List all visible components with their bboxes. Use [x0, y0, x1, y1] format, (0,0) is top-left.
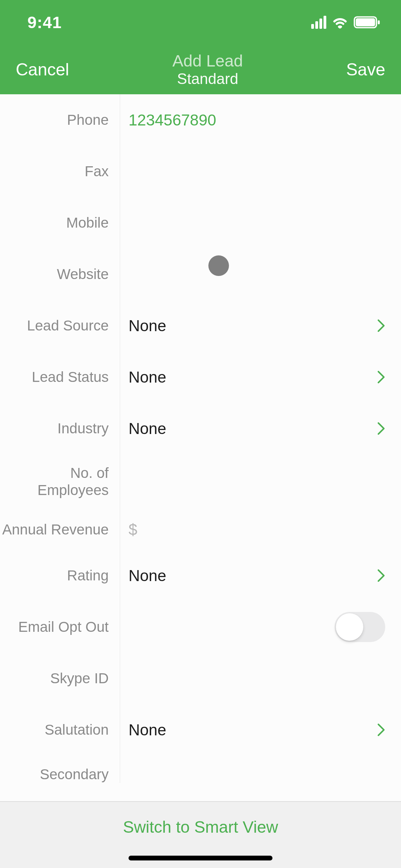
cancel-button[interactable]: Cancel [16, 60, 69, 80]
row-secondary[interactable]: Secondary [0, 756, 401, 783]
email-opt-out-toggle[interactable] [335, 612, 385, 642]
row-employees[interactable]: No. of Employees [0, 454, 401, 509]
label-skype: Skype ID [0, 670, 118, 687]
row-industry[interactable]: Industry None [0, 403, 401, 454]
label-employees: No. of Employees [0, 465, 118, 499]
industry-picker[interactable]: None [118, 419, 387, 438]
svg-rect-1 [356, 18, 375, 26]
row-revenue[interactable]: Annual Revenue $ [0, 509, 401, 550]
status-bar: 9:41 [0, 0, 401, 45]
toggle-knob [336, 613, 363, 641]
lead-status-picker[interactable]: None [118, 368, 387, 386]
email-opt-out-control [118, 612, 387, 642]
label-rating: Rating [0, 567, 118, 584]
chevron-right-icon [377, 370, 387, 384]
status-time: 9:41 [27, 13, 62, 32]
value-lead-source: None [129, 316, 166, 335]
switch-smart-view-button[interactable]: Switch to Smart View [123, 818, 278, 836]
value-salutation: None [129, 721, 166, 739]
label-mobile: Mobile [0, 214, 118, 231]
row-salutation[interactable]: Salutation None [0, 704, 401, 756]
row-lead-status[interactable]: Lead Status None [0, 351, 401, 403]
row-website[interactable]: Website [0, 249, 401, 300]
row-fax[interactable]: Fax [0, 146, 401, 197]
label-phone: Phone [0, 111, 118, 129]
row-rating[interactable]: Rating None [0, 550, 401, 601]
battery-icon [354, 16, 380, 29]
row-email-opt-out: Email Opt Out [0, 601, 401, 653]
label-secondary: Secondary [0, 766, 118, 783]
label-lead-status: Lead Status [0, 369, 118, 386]
label-fax: Fax [0, 163, 118, 180]
wifi-icon [332, 16, 348, 29]
value-rating: None [129, 566, 166, 585]
cellular-signal-icon [311, 16, 326, 29]
label-salutation: Salutation [0, 721, 118, 738]
row-lead-source[interactable]: Lead Source None [0, 300, 401, 351]
home-indicator[interactable] [129, 856, 272, 860]
revenue-field[interactable]: $ [118, 520, 387, 539]
page-subtitle: Standard [172, 70, 243, 88]
bottom-bar: Switch to Smart View [0, 801, 401, 868]
chevron-right-icon [377, 569, 387, 582]
label-lead-source: Lead Source [0, 317, 118, 334]
nav-title-group: Add Lead Standard [172, 51, 243, 88]
page-title: Add Lead [172, 51, 243, 70]
save-button[interactable]: Save [346, 60, 385, 80]
phone-field[interactable]: 1234567890 [118, 111, 387, 129]
svg-rect-2 [378, 20, 380, 24]
label-email-opt-out: Email Opt Out [0, 618, 118, 636]
chevron-right-icon [377, 422, 387, 435]
label-revenue: Annual Revenue [0, 521, 118, 538]
row-skype[interactable]: Skype ID [0, 653, 401, 704]
status-indicators [311, 16, 380, 29]
row-phone[interactable]: Phone 1234567890 [0, 94, 401, 146]
nav-bar: Cancel Add Lead Standard Save [0, 45, 401, 94]
placeholder-revenue: $ [129, 520, 137, 539]
cursor-indicator [208, 255, 229, 276]
lead-source-picker[interactable]: None [118, 316, 387, 335]
value-industry: None [129, 419, 166, 438]
chevron-right-icon [377, 723, 387, 737]
rating-picker[interactable]: None [118, 566, 387, 585]
form-area: Phone 1234567890 Fax Mobile Website Lead… [0, 94, 401, 801]
value-phone: 1234567890 [129, 111, 216, 129]
row-mobile[interactable]: Mobile [0, 197, 401, 249]
salutation-picker[interactable]: None [118, 721, 387, 739]
value-lead-status: None [129, 368, 166, 386]
label-industry: Industry [0, 420, 118, 437]
label-website: Website [0, 266, 118, 283]
chevron-right-icon [377, 319, 387, 333]
